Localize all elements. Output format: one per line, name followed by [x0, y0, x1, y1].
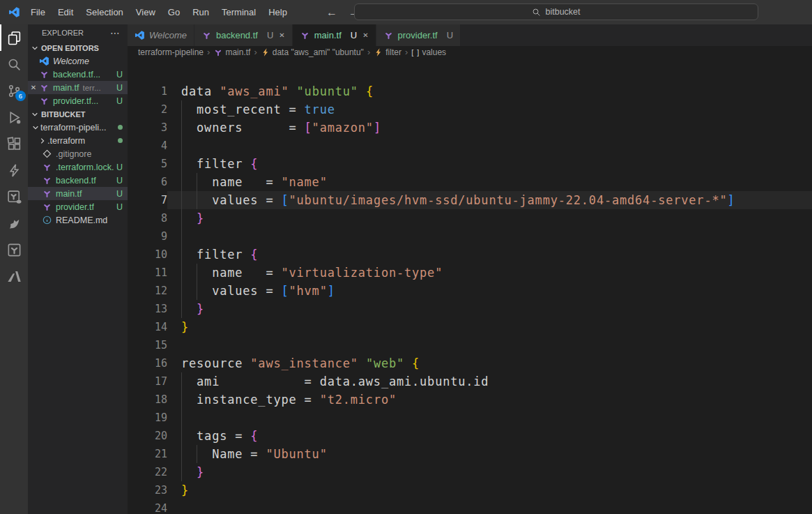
code-line[interactable]: 15	[128, 336, 812, 354]
menu-terminal[interactable]: Terminal	[215, 0, 262, 24]
activity-extensions-icon[interactable]	[0, 130, 28, 157]
line-number[interactable]: 9	[128, 227, 167, 245]
tab-close-icon[interactable]: ✕	[362, 31, 368, 39]
code-line[interactable]: 19	[128, 409, 812, 427]
code-line[interactable]: 16resource "aws_instance" "web" {	[128, 354, 812, 372]
line-number[interactable]: 13	[128, 300, 167, 318]
line-number[interactable]: 7	[128, 191, 167, 209]
tab-main-tf[interactable]: main.tfU✕	[293, 24, 376, 46]
tab-provider-tf[interactable]: provider.tfU	[376, 24, 461, 46]
nav-back-icon[interactable]: ←	[326, 6, 337, 19]
breadcrumb-item[interactable]: [ ]values	[411, 47, 446, 57]
menu-selection[interactable]: Selection	[79, 0, 129, 24]
code-line[interactable]: 10 filter {	[128, 245, 812, 264]
line-number[interactable]: 1	[128, 82, 167, 100]
more-actions-icon[interactable]: ⋯	[110, 27, 121, 38]
section-bitbucket[interactable]: BITBUCKET	[28, 107, 128, 121]
line-number[interactable]: 20	[128, 427, 167, 445]
command-center-search[interactable]: bitbucket	[354, 3, 758, 20]
line-number[interactable]: 5	[128, 155, 167, 173]
close-icon[interactable]: ✕	[28, 84, 39, 91]
code-line[interactable]: 22 }	[128, 463, 812, 481]
code-line[interactable]: 4	[128, 137, 812, 155]
code-line[interactable]: 14}	[128, 318, 812, 336]
line-number[interactable]: 12	[128, 282, 167, 300]
activity-run-debug-icon[interactable]	[0, 104, 28, 130]
menu-file[interactable]: File	[24, 0, 52, 24]
line-number[interactable]: 11	[128, 264, 167, 282]
section-open-editors-label: OPEN EDITORS	[41, 44, 99, 52]
line-number[interactable]: 21	[128, 445, 167, 463]
menu-run[interactable]: Run	[186, 0, 215, 24]
code-line[interactable]: 18 instance_type = "t2.micro"	[128, 391, 812, 409]
open-editor-item[interactable]: provider.tf...U	[28, 94, 128, 107]
code-token: most_recent =	[181, 103, 305, 116]
line-number[interactable]: 10	[128, 245, 167, 264]
line-number[interactable]: 4	[128, 137, 167, 155]
breadcrumb-item[interactable]: terraform-pipeline	[138, 47, 204, 57]
line-number[interactable]: 16	[128, 354, 167, 372]
code-line[interactable]: 2 most_recent = true	[128, 100, 812, 119]
line-number[interactable]: 17	[128, 372, 167, 391]
code-line[interactable]: 1data "aws_ami" "ubuntu" {	[128, 82, 812, 100]
line-number[interactable]: 8	[128, 209, 167, 227]
line-number[interactable]: 18	[128, 391, 167, 409]
code-line[interactable]: 3 owners = ["amazon"]	[128, 119, 812, 137]
breadcrumb-item[interactable]: main.tf	[213, 47, 250, 57]
tab-backend-tf[interactable]: backend.tfU✕	[194, 24, 293, 46]
code-line[interactable]: 6 name = "name"	[128, 173, 812, 191]
breadcrumb-item[interactable]: filter	[374, 47, 401, 57]
code-line[interactable]: 5 filter {	[128, 155, 812, 173]
tree-folder[interactable]: .terraform	[28, 134, 128, 147]
activity-search-icon[interactable]	[0, 51, 28, 77]
tree-file[interactable]: .terraform.lock....U	[28, 160, 128, 174]
line-number[interactable]: 14	[128, 318, 167, 336]
code-line[interactable]: 9	[128, 227, 812, 245]
menu-view[interactable]: View	[130, 0, 162, 24]
code-line[interactable]: 7 values = ["ubuntu/images/hvm-ssd/ubunt…	[128, 191, 812, 209]
terraform-icon	[39, 82, 49, 93]
section-bitbucket-label: BITBUCKET	[41, 110, 86, 119]
activity-terraform-cloud-icon[interactable]	[0, 236, 28, 263]
code-line[interactable]: 20 tags = {	[128, 427, 812, 445]
line-number[interactable]: 15	[128, 336, 167, 354]
tree-file[interactable]: README.md	[28, 213, 128, 227]
line-number[interactable]: 23	[128, 481, 167, 499]
tab-close-icon[interactable]: ✕	[279, 31, 284, 39]
code-line[interactable]: 24	[128, 499, 812, 514]
menu-help[interactable]: Help	[262, 0, 293, 24]
tree-file[interactable]: backend.tfU	[28, 174, 128, 187]
code-line[interactable]: 11 name = "virtualization-type"	[128, 264, 812, 282]
open-editor-item[interactable]: ✕main.tfterr...U	[28, 81, 128, 94]
code-line[interactable]: 12 values = ["hvm"]	[128, 282, 812, 300]
tree-folder[interactable]: terraform-pipeli...	[28, 121, 128, 134]
breadcrumb-item[interactable]: data "aws_ami" "ubuntu"	[261, 47, 364, 57]
code-line[interactable]: 23}	[128, 481, 812, 499]
open-editor-item[interactable]: Welcome	[28, 54, 128, 68]
tree-file[interactable]: main.tfU	[28, 187, 128, 200]
code-editor[interactable]: 1data "aws_ami" "ubuntu" {2 most_recent …	[128, 82, 812, 514]
activity-azure-icon[interactable]	[0, 263, 28, 289]
activity-source-control-icon[interactable]: 6	[0, 77, 28, 104]
code-line[interactable]: 17 ami = data.aws_ami.ubuntu.id	[128, 372, 812, 391]
menu-go[interactable]: Go	[162, 0, 186, 24]
line-number[interactable]: 22	[128, 463, 167, 481]
code-line[interactable]: 21 Name = "Ubuntu"	[128, 445, 812, 463]
line-number[interactable]: 19	[128, 409, 167, 427]
tab-welcome[interactable]: Welcome	[128, 24, 194, 46]
line-number[interactable]: 6	[128, 173, 167, 191]
menu-edit[interactable]: Edit	[52, 0, 79, 24]
activity-terraform-boxed-icon[interactable]	[0, 183, 28, 210]
code-line[interactable]: 13 }	[128, 300, 812, 318]
section-open-editors[interactable]: OPEN EDITORS	[28, 41, 128, 54]
line-number[interactable]: 24	[128, 499, 167, 514]
tree-file[interactable]: provider.tfU	[28, 200, 128, 213]
open-editor-item[interactable]: backend.tf...U	[28, 68, 128, 81]
line-number[interactable]: 3	[128, 119, 167, 137]
code-line[interactable]: 8 }	[128, 209, 812, 227]
activity-explorer-icon[interactable]	[0, 24, 28, 51]
activity-lightning-icon[interactable]	[0, 157, 28, 183]
tree-file[interactable]: .gitignore	[28, 147, 128, 160]
activity-hashicorp-icon[interactable]	[0, 210, 28, 236]
line-number[interactable]: 2	[128, 100, 167, 119]
